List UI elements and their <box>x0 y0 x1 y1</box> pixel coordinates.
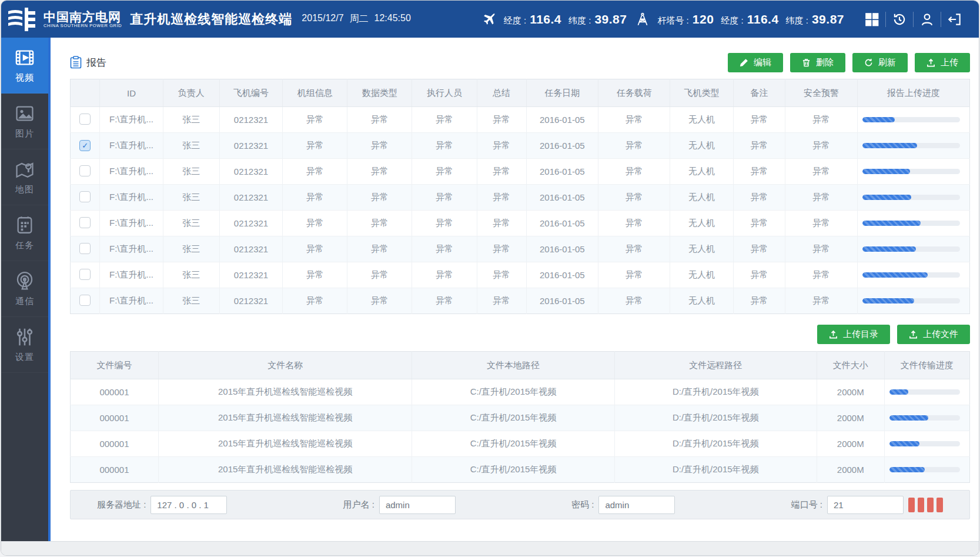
cell-remark: 异常 <box>733 159 785 185</box>
row-checkbox[interactable]: ✓ <box>79 140 91 151</box>
table-row[interactable]: F:\直升机...张三0212321异常异常异常异常2016-01-05异常无人… <box>71 211 970 236</box>
windows-icon[interactable] <box>858 11 885 28</box>
sidebar-item-video[interactable]: 视频 <box>1 38 48 94</box>
cell-no: 000001 <box>71 457 159 483</box>
signal-indicator <box>908 498 943 512</box>
row-checkbox[interactable] <box>79 243 91 254</box>
cell-dtype: 异常 <box>347 262 412 288</box>
plane-icon <box>481 12 497 27</box>
username-input[interactable] <box>379 496 456 514</box>
table-row[interactable]: F:\直升机...张三0212321异常异常异常异常2016-01-05异常无人… <box>71 288 970 314</box>
table-row[interactable]: 0000012015年直升机巡检线智能巡检视频C:/直升机/2015年视频D:/… <box>71 457 970 483</box>
tower-position: 杆塔号 : 120 经度 : 116.4 纬度 : 39.87 <box>635 12 844 27</box>
row-checkbox[interactable] <box>79 295 91 306</box>
table-row[interactable]: 0000012015年直升机巡检线智能巡检视频C:/直升机/2015年视频D:/… <box>71 405 970 431</box>
progress-fill <box>862 221 921 226</box>
sidebar-item-images[interactable]: 图片 <box>1 94 48 149</box>
cell-check <box>71 159 100 185</box>
logout-icon[interactable] <box>941 11 968 28</box>
table-row[interactable]: F:\直升机...张三0212321异常异常异常异常2016-01-05异常无人… <box>71 185 970 211</box>
cell-summary: 异常 <box>477 185 526 211</box>
row-checkbox[interactable] <box>79 114 91 125</box>
server-address-group: 服务器地址 : <box>97 496 227 514</box>
cell-remark: 异常 <box>733 211 785 236</box>
time-text: 12:45:50 <box>374 13 411 25</box>
port-input[interactable] <box>827 496 904 514</box>
table-row[interactable]: F:\直升机...张三0212321异常异常异常异常2016-01-05异常无人… <box>71 236 970 262</box>
report-actions: 编辑 删除 刷新 上传 <box>728 53 970 72</box>
cell-payload: 异常 <box>598 133 670 159</box>
row-checkbox[interactable] <box>79 269 91 280</box>
user-icon[interactable] <box>914 11 941 28</box>
cell-check <box>71 107 100 133</box>
cell-date: 2016-01-05 <box>526 133 598 159</box>
cell-summary: 异常 <box>477 133 526 159</box>
column-header-remote: 文件远程路径 <box>614 352 817 379</box>
progress-bar <box>862 143 960 148</box>
cell-progress <box>857 185 969 211</box>
table-row[interactable]: F:\直升机...张三0212321异常异常异常异常2016-01-05异常无人… <box>71 159 970 185</box>
cell-executor: 异常 <box>412 159 477 185</box>
upload-button[interactable]: 上传 <box>915 53 970 72</box>
cell-progress <box>857 211 969 236</box>
cell-id: F:\直升机... <box>100 107 163 133</box>
cell-date: 2016-01-05 <box>526 107 598 133</box>
username-group: 用户名 : <box>343 496 456 514</box>
cell-no: 000001 <box>71 405 159 431</box>
column-header-atype: 飞机类型 <box>670 79 733 107</box>
delete-button[interactable]: 删除 <box>790 53 845 72</box>
cell-no: 000001 <box>71 431 159 457</box>
table-row[interactable]: 0000012015年直升机巡检线智能巡检视频C:/直升机/2015年视频D:/… <box>71 379 970 405</box>
history-icon[interactable] <box>886 11 913 28</box>
sidebar-item-tasks[interactable]: 任务 <box>1 205 48 261</box>
cell-executor: 异常 <box>412 288 477 314</box>
table-row[interactable]: F:\直升机...张三0212321异常异常异常异常2016-01-05异常无人… <box>71 262 970 288</box>
upload-icon <box>927 58 935 67</box>
cell-progress <box>857 236 969 262</box>
upload-directory-button[interactable]: 上传目录 <box>817 325 890 344</box>
tower-longitude: 经度 : 116.4 <box>721 12 778 26</box>
trash-icon <box>802 58 811 67</box>
cell-check <box>71 185 100 211</box>
server-address-input[interactable] <box>150 496 227 514</box>
sidebar-item-settings[interactable]: 设置 <box>1 317 48 373</box>
sidebar-item-map[interactable]: 地图 <box>1 149 48 205</box>
cell-warning: 异常 <box>785 211 857 236</box>
footer-strip <box>1 541 979 555</box>
signal-bar <box>927 498 934 512</box>
progress-bar <box>862 272 960 278</box>
brand-name-cn: 中国南方电网 <box>44 11 122 24</box>
cell-executor: 异常 <box>412 236 477 262</box>
clipboard-icon <box>70 56 82 69</box>
cell-id: F:\直升机... <box>100 133 163 159</box>
cell-check <box>71 211 100 236</box>
cell-name: 2015年直升机巡检线智能巡检视频 <box>158 379 412 405</box>
edit-button[interactable]: 编辑 <box>728 53 783 72</box>
progress-fill <box>862 143 917 148</box>
pencil-icon <box>740 58 748 67</box>
sidebar-item-label: 地图 <box>15 184 34 195</box>
progress-fill <box>862 169 911 174</box>
sidebar-item-label: 设置 <box>15 352 34 363</box>
table-row[interactable]: F:\直升机...张三0212321异常异常异常异常2016-01-05异常无人… <box>71 107 970 133</box>
sidebar-item-comm[interactable]: 通信 <box>1 261 48 317</box>
upload-file-button[interactable]: 上传文件 <box>897 325 970 344</box>
cell-date: 2016-01-05 <box>526 185 598 211</box>
cell-crew: 异常 <box>283 159 347 185</box>
cell-plane: 0212321 <box>219 107 282 133</box>
row-checkbox[interactable] <box>79 165 91 176</box>
table-row[interactable]: 0000012015年直升机巡检线智能巡检视频C:/直升机/2015年视频D:/… <box>71 431 970 457</box>
progress-bar <box>889 441 960 446</box>
refresh-button[interactable]: 刷新 <box>852 53 908 72</box>
cell-summary: 异常 <box>477 107 526 133</box>
column-header-summary: 总结 <box>477 79 526 107</box>
row-checkbox[interactable] <box>79 191 91 202</box>
cell-payload: 异常 <box>598 288 670 314</box>
row-checkbox[interactable] <box>79 217 91 228</box>
cell-date: 2016-01-05 <box>526 159 598 185</box>
cell-owner: 张三 <box>163 236 219 262</box>
server-address-label: 服务器地址 : <box>97 499 146 511</box>
table-row[interactable]: ✓F:\直升机...张三0212321异常异常异常异常2016-01-05异常无… <box>71 133 970 159</box>
progress-fill <box>862 298 914 303</box>
password-input[interactable] <box>598 496 675 514</box>
